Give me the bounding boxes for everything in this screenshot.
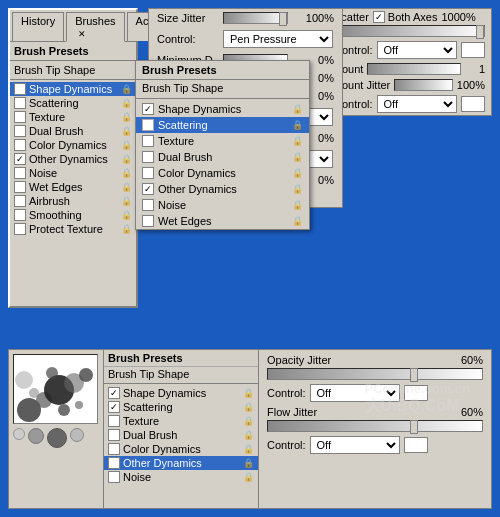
- checkbox[interactable]: [14, 97, 26, 109]
- scatter-control-input[interactable]: [461, 42, 485, 58]
- bottom-tip-shape[interactable]: Brush Tip Shape: [104, 367, 258, 381]
- checkbox[interactable]: [14, 153, 26, 165]
- checkbox[interactable]: [108, 443, 120, 455]
- checkbox[interactable]: [14, 139, 26, 151]
- checkbox[interactable]: [14, 125, 26, 137]
- brush-sample[interactable]: [28, 428, 44, 444]
- list-item[interactable]: Scattering 🔒: [10, 96, 136, 110]
- scatter-control-select[interactable]: Off: [377, 41, 457, 59]
- list-item[interactable]: Scattering 🔒: [104, 400, 258, 414]
- checkbox[interactable]: [14, 181, 26, 193]
- list-item[interactable]: Airbrush 🔒: [10, 194, 136, 208]
- both-axes: Both Axes: [373, 11, 438, 23]
- checkbox[interactable]: [142, 183, 154, 195]
- dropdown-item[interactable]: Other Dynamics 🔒: [136, 181, 309, 197]
- size-jitter-label: Size Jitter: [157, 12, 217, 24]
- count-control-input[interactable]: [461, 96, 485, 112]
- lock-icon: 🔒: [292, 200, 303, 210]
- dropdown-item[interactable]: Dual Brush 🔒: [136, 149, 309, 165]
- dropdown-item-scattering[interactable]: Scattering 🔒: [136, 117, 309, 133]
- checkbox[interactable]: [14, 83, 26, 95]
- flow-control-input[interactable]: [404, 437, 428, 453]
- checkbox[interactable]: [108, 429, 120, 441]
- brush-sample-row: [13, 428, 99, 448]
- checkbox[interactable]: [14, 111, 26, 123]
- count-jitter-slider[interactable]: [394, 79, 453, 91]
- checkbox[interactable]: [108, 457, 120, 469]
- list-item[interactable]: Shape Dynamics 🔒: [10, 82, 136, 96]
- count-control-row: Control: Off: [328, 93, 491, 115]
- brush-tip-shape[interactable]: Brush Tip Shape: [10, 63, 136, 77]
- checkbox[interactable]: [142, 199, 154, 211]
- flow-control-select[interactable]: Off: [310, 436, 400, 454]
- lock-icon: 🔒: [292, 104, 303, 114]
- opacity-jitter-row: Opacity Jitter 60%: [267, 354, 483, 366]
- checkbox[interactable]: [14, 223, 26, 235]
- brush-sample[interactable]: [13, 428, 25, 440]
- opacity-control-input[interactable]: [404, 385, 428, 401]
- control-select[interactable]: Pen Pressure: [223, 30, 333, 48]
- list-item[interactable]: Shape Dynamics 🔒: [104, 386, 258, 400]
- scatter-slider[interactable]: [334, 25, 485, 37]
- list-item[interactable]: Other Dynamics 🔒: [10, 152, 136, 166]
- list-item[interactable]: Dual Brush 🔒: [104, 428, 258, 442]
- svg-point-6: [58, 404, 70, 416]
- checkbox[interactable]: [108, 415, 120, 427]
- dropdown-item[interactable]: Shape Dynamics 🔒: [136, 101, 309, 117]
- list-item[interactable]: Color Dynamics 🔒: [10, 138, 136, 152]
- size-jitter-value: 100%: [294, 12, 334, 24]
- checkbox[interactable]: [14, 167, 26, 179]
- opacity-jitter-slider[interactable]: [267, 368, 483, 380]
- bottom-brush-list: Brush Presets Brush Tip Shape Shape Dyna…: [104, 350, 259, 508]
- list-item[interactable]: Noise 🔒: [104, 470, 258, 484]
- checkbox[interactable]: [108, 471, 120, 483]
- scatter-row: Scatter Both Axes 1000%: [328, 9, 491, 25]
- checkbox[interactable]: [108, 387, 120, 399]
- tab-brushes[interactable]: Brushes ✕: [66, 12, 124, 42]
- dropdown-item[interactable]: Wet Edges 🔒: [136, 213, 309, 229]
- count-slider[interactable]: [367, 63, 461, 75]
- flow-jitter-label: Flow Jitter: [267, 406, 317, 418]
- dropdown-item[interactable]: Color Dynamics 🔒: [136, 165, 309, 181]
- checkbox[interactable]: [142, 119, 154, 131]
- list-item[interactable]: Dual Brush 🔒: [10, 124, 136, 138]
- dropdown-item[interactable]: Texture 🔒: [136, 133, 309, 149]
- flow-jitter-value: 60%: [461, 406, 483, 418]
- lock-icon: 🔒: [292, 136, 303, 146]
- bottom-panel: Brush Presets Brush Tip Shape Shape Dyna…: [8, 349, 492, 509]
- opacity-jitter-section: Opacity Jitter 60% Control: Off: [267, 354, 483, 402]
- checkbox[interactable]: [142, 167, 154, 179]
- dropdown-item[interactable]: Noise 🔒: [136, 197, 309, 213]
- list-item[interactable]: Color Dynamics 🔒: [104, 442, 258, 456]
- tab-close-icon[interactable]: ✕: [78, 29, 86, 39]
- list-item-other-dynamics[interactable]: Other Dynamics 🔒: [104, 456, 258, 470]
- opacity-control-select[interactable]: Off: [310, 384, 400, 402]
- lock-icon: 🔒: [121, 182, 132, 192]
- brush-sample[interactable]: [47, 428, 67, 448]
- checkbox[interactable]: [108, 401, 120, 413]
- dropdown-tip-shape[interactable]: Brush Tip Shape: [136, 80, 309, 96]
- control-label: Control:: [157, 33, 217, 45]
- flow-control-row: Control: Off: [267, 436, 483, 454]
- size-jitter-slider[interactable]: [223, 12, 288, 24]
- checkbox[interactable]: [142, 151, 154, 163]
- checkbox[interactable]: [142, 215, 154, 227]
- count-row: Count 1: [328, 61, 491, 77]
- checkbox[interactable]: [142, 103, 154, 115]
- list-item[interactable]: Noise 🔒: [10, 166, 136, 180]
- lock-icon: 🔒: [121, 210, 132, 220]
- list-item[interactable]: Texture 🔒: [10, 110, 136, 124]
- list-item[interactable]: Smoothing 🔒: [10, 208, 136, 222]
- checkbox[interactable]: [14, 195, 26, 207]
- list-item[interactable]: Wet Edges 🔒: [10, 180, 136, 194]
- tab-history[interactable]: History: [12, 12, 64, 41]
- flow-jitter-slider[interactable]: [267, 420, 483, 432]
- brush-sample[interactable]: [70, 428, 84, 442]
- lock-icon: 🔒: [292, 152, 303, 162]
- count-control-select[interactable]: Off: [377, 95, 457, 113]
- list-item[interactable]: Texture 🔒: [104, 414, 258, 428]
- both-axes-checkbox[interactable]: [373, 11, 385, 23]
- checkbox[interactable]: [142, 135, 154, 147]
- checkbox[interactable]: [14, 209, 26, 221]
- list-item[interactable]: Protect Texture 🔒: [10, 222, 136, 236]
